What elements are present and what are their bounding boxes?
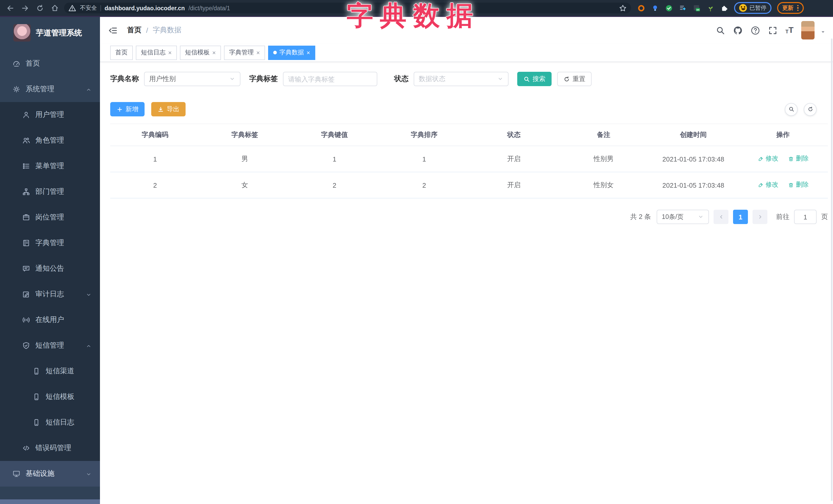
- sidebar-item-home[interactable]: 首页: [0, 51, 100, 76]
- dict-tag-input[interactable]: [283, 72, 377, 86]
- tab-sms-log[interactable]: 短信日志×: [136, 45, 177, 60]
- close-tab-icon[interactable]: ×: [307, 49, 310, 56]
- sidebar-item-error-code-management[interactable]: 错误码管理: [0, 435, 100, 461]
- phone-icon: [32, 367, 41, 375]
- bookmark-star-icon[interactable]: [619, 4, 627, 12]
- paused-label: 已暂停: [749, 4, 766, 12]
- breadcrumb-current: 字典数据: [153, 26, 182, 35]
- column-header: 字典排序: [379, 130, 469, 140]
- sidebar-item-label: 首页: [26, 59, 40, 68]
- sidebar-item-label: 错误码管理: [35, 443, 71, 453]
- browser-menu-icon[interactable]: [797, 5, 799, 11]
- tab-dict-management[interactable]: 字典管理×: [224, 45, 265, 60]
- next-page-button[interactable]: [753, 210, 767, 224]
- close-tab-icon[interactable]: ×: [256, 49, 260, 56]
- download-icon: [158, 106, 164, 113]
- fullscreen-icon[interactable]: [768, 25, 778, 35]
- trash-icon: [788, 182, 794, 188]
- page-size-select[interactable]: 10条/页: [657, 210, 709, 224]
- prev-page-button[interactable]: [714, 210, 729, 224]
- reset-button[interactable]: 重置: [557, 72, 592, 86]
- tab-home[interactable]: 首页: [110, 45, 133, 60]
- tab-dict-data[interactable]: 字典数据×: [268, 45, 315, 60]
- close-tab-icon[interactable]: ×: [212, 49, 216, 56]
- goto-page-input[interactable]: [794, 210, 816, 224]
- ext-sprout-icon[interactable]: [706, 4, 715, 12]
- column-header: 备注: [559, 130, 648, 140]
- chevron-down-icon: [698, 214, 704, 220]
- logo-row[interactable]: 芋道管理系统: [0, 17, 100, 47]
- profile-paused-badge[interactable]: 已暂停: [734, 2, 771, 14]
- url-path[interactable]: /dict/type/data/1: [188, 5, 230, 11]
- ext-check-green-icon[interactable]: [665, 4, 673, 12]
- sidebar-item-sms-channel[interactable]: 短信渠道: [0, 358, 100, 384]
- sidebar-bottom-strip: [0, 499, 100, 504]
- table-toolbar: 新增 导出: [110, 102, 823, 116]
- sidebar-item-infrastructure[interactable]: 基础设施: [0, 461, 100, 486]
- browser-reload-icon[interactable]: [36, 4, 44, 12]
- sidebar-item-menu-management[interactable]: 菜单管理: [0, 153, 100, 179]
- font-size-icon[interactable]: TT: [785, 26, 793, 34]
- dict-name-select[interactable]: 用户性别: [144, 72, 240, 86]
- security-label[interactable]: 不安全: [80, 4, 97, 12]
- github-icon[interactable]: [733, 25, 743, 35]
- filter-form: 字典名称 用户性别 字典标签 状态 数据状态 搜索: [110, 71, 823, 87]
- close-tab-icon[interactable]: ×: [168, 49, 172, 56]
- delete-link[interactable]: 删除: [788, 181, 809, 189]
- search-button[interactable]: 搜索: [517, 72, 552, 86]
- ext-on-badge-icon[interactable]: on: [693, 4, 701, 12]
- code-icon: [22, 444, 30, 452]
- sidebar-item-sms-log[interactable]: 短信日志: [0, 410, 100, 435]
- edit-link[interactable]: 修改: [757, 181, 779, 189]
- user-avatar[interactable]: [801, 21, 814, 40]
- header-search-icon[interactable]: [716, 25, 725, 35]
- sidebar-item-audit-log[interactable]: 审计日志: [0, 282, 100, 307]
- table-cell: 1: [110, 155, 200, 163]
- sidebar-item-online-users[interactable]: 在线用户: [0, 307, 100, 333]
- sidebar-item-sms-management[interactable]: 短信管理: [0, 333, 100, 358]
- sidebar-item-post-management[interactable]: 岗位管理: [0, 205, 100, 230]
- extensions-puzzle-icon[interactable]: [720, 4, 729, 12]
- chevron-down-icon: [86, 471, 92, 477]
- omnibox-divider: [100, 5, 101, 11]
- online-icon: [22, 316, 30, 324]
- sidebar-item-label: 短信模板: [46, 392, 74, 402]
- status-select[interactable]: 数据状态: [414, 72, 508, 86]
- sidebar-item-system-management[interactable]: 系统管理: [0, 76, 100, 102]
- sidebar-item-label: 短信日志: [46, 418, 74, 427]
- table-cell-actions: 修改删除: [738, 154, 828, 164]
- column-header: 字典标签: [200, 130, 290, 140]
- tab-label: 首页: [115, 48, 128, 57]
- sidebar-item-user-management[interactable]: 用户管理: [0, 102, 100, 128]
- delete-link[interactable]: 删除: [788, 154, 809, 163]
- breadcrumb-separator: /: [146, 26, 148, 34]
- sidebar-item-sms-template[interactable]: 短信模板: [0, 384, 100, 410]
- sidebar-item-notice-management[interactable]: 通知公告: [0, 256, 100, 282]
- refresh-table-button[interactable]: [804, 103, 816, 116]
- browser-back-icon[interactable]: [6, 4, 14, 12]
- browser-home-icon[interactable]: [51, 4, 59, 12]
- add-button[interactable]: 新增: [110, 102, 145, 116]
- sidebar-item-dept-management[interactable]: 部门管理: [0, 179, 100, 205]
- tab-sms-template[interactable]: 短信模板×: [180, 45, 221, 60]
- ext-lightbulb-icon[interactable]: [651, 4, 659, 12]
- badge-icon: [22, 213, 30, 221]
- sidebar-item-dict-management[interactable]: 字典管理: [0, 230, 100, 256]
- toggle-search-button[interactable]: [785, 103, 798, 116]
- ext-clip-blue-icon[interactable]: [679, 4, 687, 12]
- browser-update-button[interactable]: 更新: [777, 2, 804, 14]
- current-page-button[interactable]: 1: [733, 210, 748, 224]
- url-domain[interactable]: dashboard.yudao.iocoder.cn: [104, 5, 185, 11]
- collapse-sidebar-icon[interactable]: [108, 25, 118, 35]
- edit-icon: [757, 182, 764, 188]
- help-icon[interactable]: [751, 25, 760, 35]
- browser-forward-icon[interactable]: [21, 4, 29, 12]
- sidebar-item-role-management[interactable]: 角色管理: [0, 128, 100, 153]
- ext-orange-icon[interactable]: [637, 4, 645, 12]
- export-button[interactable]: 导出: [151, 102, 186, 116]
- breadcrumb-home[interactable]: 首页: [127, 26, 142, 35]
- avatar-caret-icon[interactable]: [820, 27, 826, 33]
- log-icon: [22, 290, 30, 298]
- edit-link[interactable]: 修改: [757, 154, 779, 163]
- table-cell: 2: [379, 181, 469, 189]
